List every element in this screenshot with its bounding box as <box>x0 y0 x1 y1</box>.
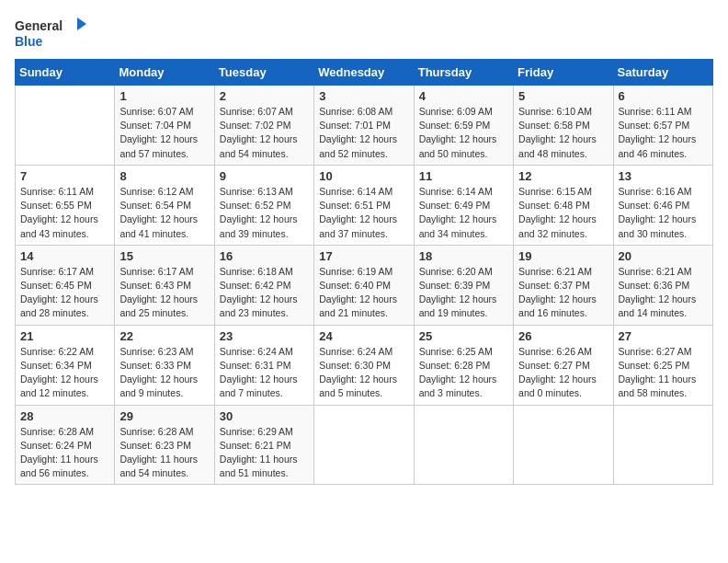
calendar-week-row: 1Sunrise: 6:07 AMSunset: 7:04 PMDaylight… <box>16 86 713 166</box>
day-number: 24 <box>319 329 408 343</box>
weekday-header-monday: Monday <box>115 60 214 86</box>
calendar-cell <box>414 405 513 485</box>
day-number: 5 <box>518 89 608 103</box>
weekday-header-saturday: Saturday <box>613 60 712 86</box>
calendar-cell: 25Sunrise: 6:25 AMSunset: 6:28 PMDayligh… <box>414 325 513 405</box>
calendar-cell: 10Sunrise: 6:14 AMSunset: 6:51 PMDayligh… <box>314 165 414 245</box>
calendar-cell: 21Sunrise: 6:22 AMSunset: 6:34 PMDayligh… <box>16 325 115 405</box>
calendar-table: SundayMondayTuesdayWednesdayThursdayFrid… <box>15 59 713 485</box>
day-number: 20 <box>619 249 708 263</box>
day-info: Sunrise: 6:11 AMSunset: 6:57 PMDaylight:… <box>619 105 708 161</box>
calendar-cell <box>314 405 414 485</box>
calendar-cell: 9Sunrise: 6:13 AMSunset: 6:52 PMDaylight… <box>214 165 313 245</box>
calendar-cell: 29Sunrise: 6:28 AMSunset: 6:23 PMDayligh… <box>115 405 214 485</box>
day-info: Sunrise: 6:21 AMSunset: 6:37 PMDaylight:… <box>518 265 608 321</box>
svg-text:General: General <box>15 18 63 33</box>
day-number: 13 <box>619 169 708 183</box>
calendar-cell: 7Sunrise: 6:11 AMSunset: 6:55 PMDaylight… <box>16 165 115 245</box>
day-number: 3 <box>319 89 408 103</box>
calendar-cell: 1Sunrise: 6:07 AMSunset: 7:04 PMDaylight… <box>115 86 214 166</box>
day-info: Sunrise: 6:18 AMSunset: 6:42 PMDaylight:… <box>220 265 309 321</box>
day-number: 1 <box>119 89 209 103</box>
day-info: Sunrise: 6:13 AMSunset: 6:52 PMDaylight:… <box>220 185 309 241</box>
calendar-cell: 26Sunrise: 6:26 AMSunset: 6:27 PMDayligh… <box>514 325 613 405</box>
day-info: Sunrise: 6:22 AMSunset: 6:34 PMDaylight:… <box>20 345 109 401</box>
day-number: 26 <box>518 329 608 343</box>
day-info: Sunrise: 6:14 AMSunset: 6:51 PMDaylight:… <box>319 185 408 241</box>
day-number: 30 <box>220 409 309 423</box>
day-info: Sunrise: 6:09 AMSunset: 6:59 PMDaylight:… <box>419 105 508 161</box>
day-number: 4 <box>419 89 508 103</box>
day-info: Sunrise: 6:14 AMSunset: 6:49 PMDaylight:… <box>419 185 508 241</box>
day-info: Sunrise: 6:23 AMSunset: 6:33 PMDaylight:… <box>119 345 209 401</box>
day-info: Sunrise: 6:08 AMSunset: 7:01 PMDaylight:… <box>319 105 408 161</box>
calendar-cell: 12Sunrise: 6:15 AMSunset: 6:48 PMDayligh… <box>514 165 613 245</box>
day-number: 2 <box>220 89 309 103</box>
calendar-cell: 14Sunrise: 6:17 AMSunset: 6:45 PMDayligh… <box>16 245 115 325</box>
day-number: 22 <box>119 329 209 343</box>
weekday-header-sunday: Sunday <box>16 60 115 86</box>
day-info: Sunrise: 6:26 AMSunset: 6:27 PMDaylight:… <box>518 345 608 401</box>
calendar-cell: 13Sunrise: 6:16 AMSunset: 6:46 PMDayligh… <box>613 165 712 245</box>
day-number: 17 <box>319 249 408 263</box>
calendar-week-row: 28Sunrise: 6:28 AMSunset: 6:24 PMDayligh… <box>16 405 713 485</box>
day-number: 12 <box>518 169 608 183</box>
day-number: 27 <box>619 329 708 343</box>
day-info: Sunrise: 6:17 AMSunset: 6:43 PMDaylight:… <box>119 265 209 321</box>
day-info: Sunrise: 6:24 AMSunset: 6:30 PMDaylight:… <box>319 345 408 401</box>
calendar-cell: 16Sunrise: 6:18 AMSunset: 6:42 PMDayligh… <box>214 245 313 325</box>
calendar-cell: 28Sunrise: 6:28 AMSunset: 6:24 PMDayligh… <box>16 405 115 485</box>
day-number: 15 <box>119 249 209 263</box>
calendar-cell: 6Sunrise: 6:11 AMSunset: 6:57 PMDaylight… <box>613 86 712 166</box>
calendar-cell: 27Sunrise: 6:27 AMSunset: 6:25 PMDayligh… <box>613 325 712 405</box>
day-number: 16 <box>220 249 309 263</box>
day-number: 28 <box>20 409 109 423</box>
weekday-header-thursday: Thursday <box>414 60 513 86</box>
calendar-cell: 17Sunrise: 6:19 AMSunset: 6:40 PMDayligh… <box>314 245 414 325</box>
calendar-week-row: 7Sunrise: 6:11 AMSunset: 6:55 PMDaylight… <box>16 165 713 245</box>
calendar-cell: 19Sunrise: 6:21 AMSunset: 6:37 PMDayligh… <box>514 245 613 325</box>
calendar-cell: 4Sunrise: 6:09 AMSunset: 6:59 PMDaylight… <box>414 86 513 166</box>
calendar-cell: 15Sunrise: 6:17 AMSunset: 6:43 PMDayligh… <box>115 245 214 325</box>
day-info: Sunrise: 6:20 AMSunset: 6:39 PMDaylight:… <box>419 265 508 321</box>
day-info: Sunrise: 6:17 AMSunset: 6:45 PMDaylight:… <box>20 265 109 321</box>
calendar-cell <box>514 405 613 485</box>
day-number: 6 <box>619 89 708 103</box>
calendar-week-row: 21Sunrise: 6:22 AMSunset: 6:34 PMDayligh… <box>16 325 713 405</box>
day-info: Sunrise: 6:15 AMSunset: 6:48 PMDaylight:… <box>518 185 608 241</box>
day-info: Sunrise: 6:24 AMSunset: 6:31 PMDaylight:… <box>220 345 309 401</box>
day-number: 25 <box>419 329 508 343</box>
calendar-cell <box>613 405 712 485</box>
day-info: Sunrise: 6:27 AMSunset: 6:25 PMDaylight:… <box>619 345 708 401</box>
day-info: Sunrise: 6:07 AMSunset: 7:04 PMDaylight:… <box>119 105 209 161</box>
weekday-header-wednesday: Wednesday <box>314 60 414 86</box>
day-info: Sunrise: 6:07 AMSunset: 7:02 PMDaylight:… <box>220 105 309 161</box>
calendar-cell: 18Sunrise: 6:20 AMSunset: 6:39 PMDayligh… <box>414 245 513 325</box>
calendar-cell: 30Sunrise: 6:29 AMSunset: 6:21 PMDayligh… <box>214 405 313 485</box>
calendar-cell: 22Sunrise: 6:23 AMSunset: 6:33 PMDayligh… <box>115 325 214 405</box>
calendar-cell: 11Sunrise: 6:14 AMSunset: 6:49 PMDayligh… <box>414 165 513 245</box>
day-number: 9 <box>220 169 309 183</box>
day-number: 21 <box>20 329 109 343</box>
calendar-cell: 24Sunrise: 6:24 AMSunset: 6:30 PMDayligh… <box>314 325 414 405</box>
page-header: General Blue <box>15 15 713 52</box>
day-info: Sunrise: 6:16 AMSunset: 6:46 PMDaylight:… <box>619 185 708 241</box>
brand-svg: General Blue <box>15 15 88 52</box>
day-info: Sunrise: 6:28 AMSunset: 6:23 PMDaylight:… <box>119 425 209 481</box>
day-number: 11 <box>419 169 508 183</box>
svg-marker-1 <box>77 17 86 30</box>
weekday-header-friday: Friday <box>514 60 613 86</box>
calendar-cell: 23Sunrise: 6:24 AMSunset: 6:31 PMDayligh… <box>214 325 313 405</box>
calendar-cell <box>16 86 115 166</box>
logo: General Blue <box>15 15 88 52</box>
weekday-header-tuesday: Tuesday <box>214 60 313 86</box>
day-info: Sunrise: 6:19 AMSunset: 6:40 PMDaylight:… <box>319 265 408 321</box>
day-info: Sunrise: 6:28 AMSunset: 6:24 PMDaylight:… <box>20 425 109 481</box>
day-info: Sunrise: 6:10 AMSunset: 6:58 PMDaylight:… <box>518 105 608 161</box>
day-number: 7 <box>20 169 109 183</box>
day-number: 29 <box>119 409 209 423</box>
calendar-cell: 2Sunrise: 6:07 AMSunset: 7:02 PMDaylight… <box>214 86 313 166</box>
calendar-header-row: SundayMondayTuesdayWednesdayThursdayFrid… <box>16 60 713 86</box>
day-number: 14 <box>20 249 109 263</box>
day-info: Sunrise: 6:11 AMSunset: 6:55 PMDaylight:… <box>20 185 109 241</box>
